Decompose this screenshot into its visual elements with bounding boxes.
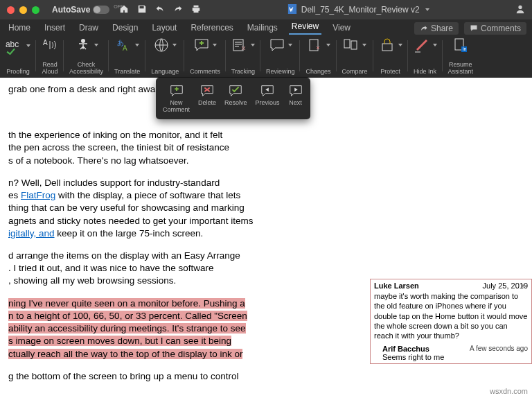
chevron-down-icon (398, 44, 402, 46)
svg-text:A: A (123, 44, 127, 52)
doc-text: g the bottom of the screen to bring up a… (8, 371, 238, 381)
ribbon-hide-ink[interactable]: Hide Ink (408, 35, 443, 77)
flyout-next[interactable]: Next (284, 80, 308, 116)
ribbon-resume-assistant[interactable]: in Resume Assistant (443, 35, 479, 77)
svg-point-4 (81, 39, 85, 43)
reply-author: Arif Bacchus (382, 345, 429, 353)
doc-text: grab one from a desk and right awa (8, 84, 155, 94)
svg-text:A: A (43, 39, 48, 46)
print-icon[interactable] (191, 4, 201, 16)
watermark: wsxdn.com (490, 387, 528, 395)
ribbon-proofing[interactable]: abc Proofing (0, 35, 36, 77)
quick-access-toolbar (119, 4, 201, 16)
ribbon-protect[interactable]: Protect (373, 35, 408, 77)
autosave-toggle[interactable]: OFF (93, 6, 109, 14)
flyout-previous[interactable]: Previous (251, 80, 284, 116)
doc-text: agnets and sticky notes needed to get yo… (8, 216, 253, 226)
svg-rect-11 (351, 41, 357, 49)
doc-text: th the experience of inking on the monit… (8, 130, 222, 140)
minimize-window-button[interactable] (19, 6, 27, 14)
chevron-down-icon (326, 44, 330, 46)
ribbon-language[interactable]: Language (145, 35, 184, 77)
window-controls[interactable] (7, 6, 39, 14)
doc-text: n? Well, Dell includes support for indus… (8, 178, 220, 188)
account-icon[interactable] (515, 4, 525, 16)
reply-body: Seems right to me (382, 353, 444, 361)
doc-text: , showing all my web browsing sessions. (8, 275, 176, 286)
ribbon-translate[interactable]: あA Translate (109, 35, 145, 77)
ribbon-compare[interactable]: Compare (337, 35, 373, 77)
comment-body: maybe it's worth making the comparison t… (374, 291, 528, 340)
doc-text: es (8, 190, 21, 200)
save-icon[interactable] (137, 4, 147, 16)
ribbon-comments[interactable]: Comments (184, 35, 226, 77)
chevron-down-icon (433, 44, 437, 46)
chevron-down-icon (26, 44, 30, 47)
ribbon-tracking[interactable]: Tracking (226, 35, 260, 77)
word-doc-icon (287, 4, 297, 16)
tab-draw[interactable]: Draw (76, 21, 101, 35)
chevron-down-icon (172, 44, 177, 46)
maximize-window-button[interactable] (32, 6, 39, 14)
ribbon-read-aloud[interactable]: A Read Aloud (36, 35, 64, 77)
svg-rect-10 (344, 40, 350, 48)
chevron-down-icon (135, 44, 139, 46)
tab-mailings[interactable]: Mailings (245, 21, 281, 35)
comment-thread[interactable]: Luke Larsen July 25, 2019 maybe it's wor… (370, 279, 532, 364)
svg-point-1 (518, 5, 522, 8)
svg-rect-12 (382, 44, 392, 51)
chevron-down-icon (288, 44, 292, 46)
svg-text:abc: abc (6, 40, 19, 49)
ribbon-reviewing[interactable]: Reviewing (260, 35, 301, 77)
flyout-delete[interactable]: Delete (194, 80, 220, 116)
ribbon-check-accessibility[interactable]: Check Accessibility (64, 35, 109, 77)
doc-text: s of a notebook. There's no lag whatsoev… (8, 155, 189, 166)
highlighted-text: ability an accessibility during meetings… (8, 323, 246, 334)
doc-text: keep it on the large 75-inch screen. (55, 228, 204, 239)
reply-time: A few seconds ago (470, 345, 528, 352)
comments-button[interactable]: Comments (464, 22, 526, 35)
doc-text: d arrange the items on the display with … (8, 250, 240, 261)
chevron-down-icon (94, 44, 98, 46)
tab-review[interactable]: Review (289, 19, 321, 35)
hyperlink[interactable]: igitally, and (8, 228, 55, 239)
highlighted-text: ctually reach all the way to the top of … (8, 349, 242, 359)
document-body[interactable]: grab one from a desk and right awa th th… (0, 78, 370, 398)
tab-insert[interactable]: Insert (42, 21, 68, 35)
chevron-down-icon[interactable] (425, 8, 429, 11)
ribbon-changes[interactable]: Changes (300, 35, 336, 77)
highlighted-text: n to a height of 100, 66, 50, or 33 perc… (8, 311, 247, 321)
doc-text: thing that can be very useful for showca… (8, 202, 245, 213)
undo-icon[interactable] (155, 4, 165, 16)
chevron-down-icon (213, 44, 217, 46)
hyperlink[interactable]: FlatFrog (21, 190, 55, 200)
flyout-new-comment[interactable]: New Comment (159, 80, 194, 116)
highlighted-text: ning I've never quite seen on a monitor … (8, 298, 245, 309)
tab-design[interactable]: Design (109, 21, 141, 35)
svg-text:in: in (463, 46, 467, 51)
share-button[interactable]: Share (414, 22, 459, 35)
tab-view[interactable]: View (330, 21, 353, 35)
comment-author: Luke Larsen (374, 282, 419, 290)
doc-text: the pen across the screen, the tiniest b… (8, 142, 229, 153)
chevron-down-icon (362, 44, 366, 46)
comments-flyout: New Comment Delete Resolve Previous Next (156, 78, 310, 119)
tab-home[interactable]: Home (6, 21, 33, 35)
reply-icon[interactable] (520, 282, 529, 292)
document-title: Dell_75_4K_Monitor_Review v2 (301, 5, 420, 15)
doc-text: . I tried it out, and it was nice to hav… (8, 263, 213, 273)
tab-layout[interactable]: Layout (149, 21, 179, 35)
redo-icon[interactable] (173, 4, 183, 16)
highlighted-text: s image on screen moves down, but I can … (8, 336, 231, 346)
chevron-down-icon (251, 44, 255, 46)
doc-text: with the display, a piece of software th… (55, 190, 240, 200)
tab-references[interactable]: References (188, 21, 236, 35)
flyout-resolve[interactable]: Resolve (220, 80, 251, 116)
comments-pane: Luke Larsen July 25, 2019 maybe it's wor… (370, 78, 532, 398)
close-window-button[interactable] (7, 6, 15, 14)
autosave-label: AutoSave (52, 5, 90, 15)
svg-rect-8 (233, 40, 243, 51)
